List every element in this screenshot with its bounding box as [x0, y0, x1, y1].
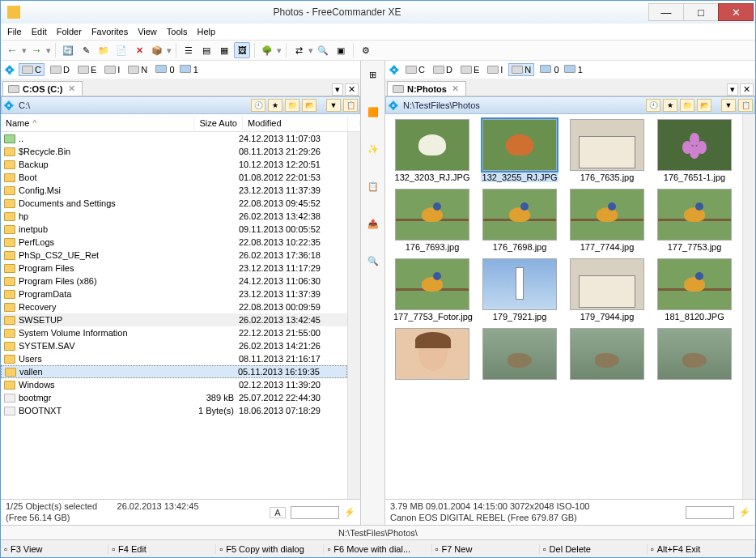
file-row[interactable]: Program Files23.12.2013 11:17:29	[1, 262, 347, 275]
favorite-icon[interactable]: ★	[268, 99, 282, 112]
file-row[interactable]: PhSp_CS2_UE_Ret26.02.2013 17:36:18	[1, 249, 347, 262]
fnkey-f4[interactable]: ▫F4 Edit	[108, 544, 216, 554]
view-details-icon[interactable]: ▤	[198, 42, 214, 58]
left-scrollbar[interactable]	[347, 132, 360, 499]
mid-copy-icon[interactable]: 📋	[364, 177, 382, 195]
file-row[interactable]: inetpub09.11.2013 00:05:52	[1, 223, 347, 236]
filter-icon[interactable]: ▼	[721, 99, 736, 112]
thumbnail[interactable]: 177_7744.jpg	[565, 189, 649, 252]
file-row[interactable]: vallen05.11.2013 16:19:35	[1, 365, 347, 378]
view-thumbs-icon[interactable]: 🖼	[234, 42, 250, 58]
status-dropdown[interactable]	[291, 506, 339, 519]
thumbnail[interactable]: 177_7753_Fotor.jpg	[390, 258, 474, 322]
menu-help[interactable]: Help	[192, 25, 220, 38]
mid-search-icon[interactable]: 🔍	[364, 252, 382, 270]
maximize-button[interactable]: □	[683, 3, 719, 21]
fnkey-f5[interactable]: ▫F5 Copy with dialog	[216, 544, 324, 554]
history-icon[interactable]: 🕘	[251, 99, 265, 112]
sync-icon[interactable]: ⇄	[291, 42, 307, 58]
back-button[interactable]: ←	[4, 42, 20, 58]
filter-toggle-icon[interactable]: ⚡	[739, 507, 750, 518]
mid-panels-icon[interactable]: ⊞	[364, 66, 382, 83]
drive-icon[interactable]: 💠	[3, 100, 15, 111]
thumbnail[interactable]	[478, 328, 562, 381]
fnkey-del[interactable]: ▫Del Delete	[540, 544, 648, 554]
menu-folder[interactable]: Folder	[52, 25, 87, 38]
col-size[interactable]: Size Auto	[194, 116, 243, 130]
menu-tools[interactable]: Tools	[162, 25, 193, 38]
file-row[interactable]: Users08.11.2013 21:16:17	[1, 352, 347, 365]
file-row[interactable]: Backup10.12.2013 12:20:51	[1, 158, 347, 171]
drive-C[interactable]: C	[403, 64, 427, 75]
drive-picker-icon[interactable]: 💠	[389, 65, 400, 75]
terminal-icon[interactable]: ▣	[333, 42, 349, 58]
forward-button[interactable]: →	[28, 42, 45, 58]
thumbnail[interactable]: 176_7635.jpg	[565, 119, 649, 182]
folder2-icon[interactable]: 📂	[697, 99, 711, 112]
file-row[interactable]: Windows02.12.2013 11:39:20	[1, 378, 347, 391]
file-row[interactable]: System Volume Information22.12.2013 21:5…	[1, 326, 347, 339]
file-row[interactable]: hp26.02.2013 13:42:38	[1, 210, 347, 223]
thumbnail[interactable]: 179_7944.jpg	[565, 258, 649, 322]
pack-icon[interactable]: 📦	[149, 42, 165, 58]
tab-close-all-icon[interactable]: ✕	[740, 83, 754, 96]
file-row[interactable]: Program Files (x86)24.12.2013 11:06:30	[1, 275, 347, 288]
view-list-icon[interactable]: ☰	[181, 42, 197, 58]
col-modified[interactable]: Modified	[243, 116, 348, 130]
close-button[interactable]: ✕	[718, 3, 754, 21]
menu-view[interactable]: View	[133, 25, 162, 38]
minimize-button[interactable]: —	[648, 3, 684, 21]
folder-icon[interactable]: 📁	[680, 99, 694, 112]
menu-file[interactable]: File	[2, 25, 27, 38]
thumbnail[interactable]: 179_7921.jpg	[478, 258, 562, 322]
mid-favorites-icon[interactable]: ✨	[364, 140, 382, 158]
tab-dropdown-icon[interactable]: ▾	[727, 83, 738, 96]
file-row[interactable]: ProgramData23.12.2013 11:37:39	[1, 288, 347, 300]
left-tab[interactable]: C:OS (C:) ✕	[2, 81, 83, 96]
drive-I[interactable]: I	[102, 64, 122, 75]
delete-icon[interactable]: ✕	[131, 42, 147, 58]
file-row[interactable]: Boot01.08.2012 22:01:53	[1, 171, 347, 184]
right-scrollbar[interactable]	[742, 114, 755, 499]
right-path[interactable]: N:\TestFiles\Photos	[401, 100, 643, 110]
tree-icon[interactable]: 🌳	[259, 42, 275, 58]
refresh-icon[interactable]: 🔄	[60, 42, 76, 58]
thumbnail[interactable]: 176_7693.jpg	[390, 189, 474, 252]
copy-path-icon[interactable]: 📋	[343, 99, 358, 112]
left-path[interactable]: C:\	[17, 100, 248, 110]
thumbnail[interactable]	[565, 328, 649, 381]
filter-icon[interactable]: ▼	[326, 99, 341, 112]
drive-D[interactable]: D	[431, 64, 455, 75]
tab-dropdown-icon[interactable]: ▾	[332, 83, 343, 96]
drive-N[interactable]: N	[508, 63, 534, 76]
thumbnail[interactable]: 176_7698.jpg	[478, 189, 562, 252]
drive-N[interactable]: N	[125, 64, 150, 75]
drive-D[interactable]: D	[48, 64, 72, 75]
thumbnail[interactable]: 132_3203_RJ.JPG	[390, 119, 474, 182]
copy-icon[interactable]: 📄	[113, 42, 130, 58]
thumbnail[interactable]: 177_7753.jpg	[652, 189, 737, 252]
command-path-bar[interactable]: N:\TestFiles\Photos\	[1, 525, 755, 539]
file-row[interactable]: $Recycle.Bin08.11.2013 21:29:26	[1, 145, 347, 158]
history-icon[interactable]: 🕘	[646, 99, 660, 112]
file-row[interactable]: Documents and Settings22.08.2013 09:45:5…	[1, 197, 347, 210]
menu-edit[interactable]: Edit	[27, 25, 52, 38]
folder2-icon[interactable]: 📂	[302, 99, 316, 112]
file-row[interactable]: SYSTEM.SAV26.02.2013 14:21:26	[1, 339, 347, 352]
fnkey-alt+f4[interactable]: ▫Alt+F4 Exit	[648, 544, 755, 554]
thumbnail[interactable]	[390, 328, 474, 381]
file-row[interactable]: bootmgr389 kB25.07.2012 22:44:30	[1, 391, 347, 404]
file-row[interactable]: PerfLogs22.08.2013 10:22:35	[1, 236, 347, 249]
drive-C[interactable]: C	[19, 63, 45, 76]
drive-icon[interactable]: 💠	[388, 100, 399, 111]
thumbnail[interactable]: 132_3255_RJ.JPG	[478, 119, 562, 182]
thumbnail[interactable]: 176_7651-1.jpg	[652, 119, 737, 182]
view-small-icon[interactable]: ▦	[216, 42, 232, 58]
tab-close-all-icon[interactable]: ✕	[345, 83, 359, 96]
right-tab[interactable]: N:Photos ✕	[387, 81, 466, 96]
file-row[interactable]: BOOTNXT1 Byte(s)18.06.2013 07:18:29	[1, 404, 347, 417]
file-row[interactable]: Recovery22.08.2013 00:09:59	[1, 300, 347, 313]
status-dropdown[interactable]	[686, 506, 734, 519]
left-file-list[interactable]: ..24.12.2013 11:07:03$Recycle.Bin08.11.2…	[1, 132, 347, 499]
copy-path-icon[interactable]: 📋	[738, 99, 753, 112]
